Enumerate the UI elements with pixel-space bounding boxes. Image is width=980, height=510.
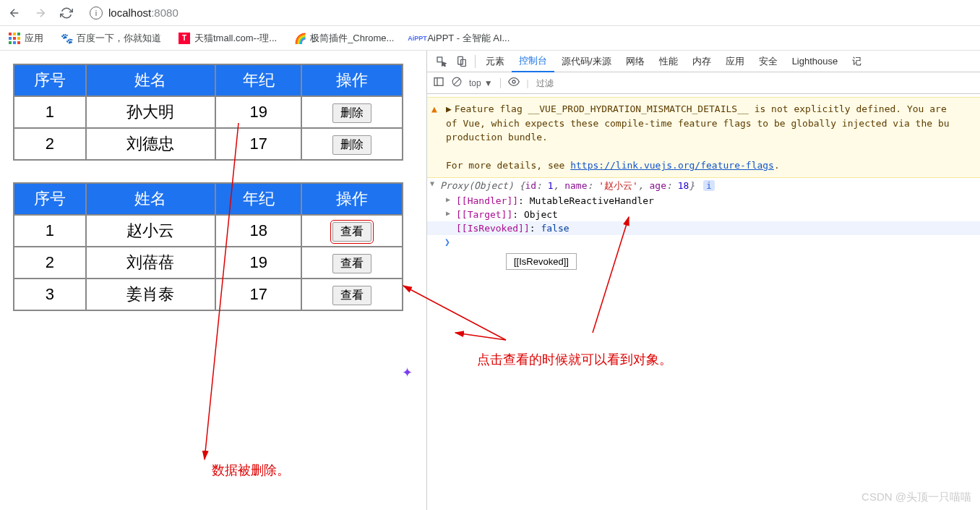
bookmark-tmall[interactable]: T 天猫tmall.com--理...	[179, 32, 277, 45]
warning-line: of Vue, which expects these compile-time…	[446, 118, 950, 129]
tab-console[interactable]: 控制台	[512, 51, 554, 72]
tab-security[interactable]: 安全	[752, 51, 785, 72]
view-button[interactable]: 查看	[332, 222, 371, 242]
sidebar-toggle-icon[interactable]	[433, 76, 444, 90]
chevron-down-icon: ▼	[484, 78, 493, 88]
th-seq: 序号	[14, 183, 86, 215]
bookmarks-bar: 应用 🐾 百度一下，你就知道 T 天猫tmall.com--理... 🌈 极简插…	[0, 26, 980, 51]
filter-input[interactable]	[536, 78, 974, 88]
cell-seq: 1	[14, 96, 86, 128]
table-1: 序号 姓名 年纪 操作 1 孙大明 19 删除 2 刘德忠 17 删除	[13, 64, 403, 161]
back-button[interactable]	[6, 4, 23, 22]
apps-icon	[9, 33, 20, 44]
table-row: 1 赵小云 18 查看	[14, 215, 403, 247]
th-name: 姓名	[86, 64, 215, 96]
console-prompt[interactable]: ❯	[427, 235, 980, 249]
svg-point-7	[512, 80, 515, 83]
cell-age: 18	[215, 215, 302, 247]
th-op: 操作	[301, 64, 403, 96]
devtools-tabs: 元素 控制台 源代码/来源 网络 性能 内存 应用 安全 Lighthouse …	[427, 51, 980, 72]
tmall-icon: T	[179, 33, 190, 44]
table-2: 序号 姓名 年纪 操作 1 赵小云 18 查看 2 刘蓓蓓 19 查看 3 姜肖…	[13, 182, 403, 311]
apps-shortcut[interactable]: 应用	[9, 32, 43, 45]
console-log-proxy[interactable]: Proxy(Object) {id: 1, name: '赵小云', age: …	[427, 178, 980, 194]
bookmark-label: 百度一下，你就知道	[77, 32, 161, 45]
paw-icon: 🐾	[61, 33, 72, 44]
table-row: 2 刘蓓蓓 19 查看	[14, 247, 403, 279]
tab-sources[interactable]: 源代码/来源	[554, 51, 619, 72]
th-age: 年纪	[215, 64, 302, 96]
info-icon[interactable]: i	[90, 7, 103, 20]
cell-age: 19	[215, 96, 302, 128]
warning-line: For more details, see	[446, 160, 570, 171]
bookmark-label: AiPPT - 全智能 AI...	[427, 32, 510, 45]
delete-button[interactable]: 删除	[332, 135, 371, 155]
tab-rec[interactable]: 记	[845, 51, 869, 72]
aippt-icon: AiPPT	[411, 33, 423, 44]
bookmark-chrome-ext[interactable]: 🌈 极简插件_Chrome...	[294, 32, 394, 45]
view-button[interactable]: 查看	[332, 286, 371, 305]
delete-button[interactable]: 删除	[332, 103, 371, 123]
th-name: 姓名	[86, 183, 215, 215]
cell-op: 删除	[301, 128, 403, 160]
tab-application[interactable]: 应用	[718, 51, 752, 72]
caret-right-icon[interactable]	[446, 195, 450, 203]
eye-icon[interactable]	[508, 76, 520, 90]
info-badge[interactable]: i	[703, 180, 715, 191]
table-row: 1 孙大明 19 删除	[14, 96, 403, 128]
console-output: ▲ ▶Feature flag __VUE_PROD_HYDRATION_MIS…	[427, 94, 980, 510]
console-toolbar: top ▼ |	[427, 72, 980, 94]
forward-button[interactable]	[32, 4, 49, 22]
watermark: CSDN @头顶一只喵喵	[861, 490, 971, 504]
cell-age: 17	[215, 128, 302, 160]
svg-line-6	[454, 79, 460, 85]
table-row: 3 姜肖泰 17 查看	[14, 279, 403, 310]
address-bar[interactable]: i localhost:8080	[84, 4, 974, 22]
cell-name: 赵小云	[86, 215, 215, 247]
console-warning: ▲ ▶Feature flag __VUE_PROD_HYDRATION_MIS…	[427, 97, 980, 178]
url-text: localhost:8080	[108, 7, 179, 19]
device-icon[interactable]	[452, 56, 472, 67]
cell-name: 刘德忠	[86, 128, 215, 160]
cell-op: 删除	[301, 96, 403, 128]
reload-button[interactable]	[58, 4, 75, 22]
bookmark-baidu[interactable]: 🐾 百度一下，你就知道	[61, 32, 161, 45]
cell-name: 刘蓓蓓	[86, 247, 215, 279]
cell-seq: 2	[14, 247, 86, 279]
view-button[interactable]: 查看	[332, 254, 371, 273]
tab-network[interactable]: 网络	[619, 51, 652, 72]
tab-memory[interactable]: 内存	[685, 51, 718, 72]
caret-right-icon[interactable]	[446, 209, 450, 217]
page-content: 序号 姓名 年纪 操作 1 孙大明 19 删除 2 刘德忠 17 删除 序号 姓…	[0, 51, 426, 510]
obj-value: MutableReactiveHandler	[530, 195, 654, 206]
tooltip: [[IsRevoked]]	[506, 253, 577, 270]
cell-seq: 3	[14, 279, 86, 310]
bookmark-aippt[interactable]: AiPPT AiPPT - 全智能 AI...	[411, 32, 510, 45]
obj-value: false	[541, 223, 569, 234]
clear-console-icon[interactable]	[452, 77, 462, 89]
sparkle-icon: ✦	[402, 365, 413, 381]
tab-lighthouse[interactable]: Lighthouse	[785, 51, 846, 72]
bookmark-label: 天猫tmall.com--理...	[194, 32, 277, 45]
cell-age: 19	[215, 247, 302, 279]
cell-age: 17	[215, 279, 302, 310]
caret-icon[interactable]: ▶	[446, 103, 452, 114]
inspect-icon[interactable]	[431, 56, 452, 67]
warning-line: production bundle.	[446, 132, 548, 143]
console-log-handler[interactable]: [[Handler]]: MutableReactiveHandler	[427, 194, 980, 208]
rainbow-icon: 🌈	[294, 33, 306, 44]
cell-op: 查看	[301, 215, 403, 247]
context-label: top	[469, 78, 481, 88]
tab-elements[interactable]: 元素	[478, 51, 512, 72]
cell-name: 姜肖泰	[86, 279, 215, 310]
caret-down-icon[interactable]	[430, 179, 434, 187]
console-log-revoked[interactable]: [[IsRevoked]]: false	[427, 221, 980, 235]
svg-rect-0	[437, 57, 442, 62]
cell-seq: 1	[14, 215, 86, 247]
warning-line: Feature flag __VUE_PROD_HYDRATION_MISMAT…	[455, 103, 947, 114]
th-age: 年纪	[215, 183, 302, 215]
context-dropdown[interactable]: top ▼	[469, 78, 501, 88]
tab-performance[interactable]: 性能	[652, 51, 685, 72]
warning-link[interactable]: https://link.vuejs.org/feature-flags	[570, 160, 774, 171]
console-log-target[interactable]: [[Target]]: Object	[427, 208, 980, 221]
